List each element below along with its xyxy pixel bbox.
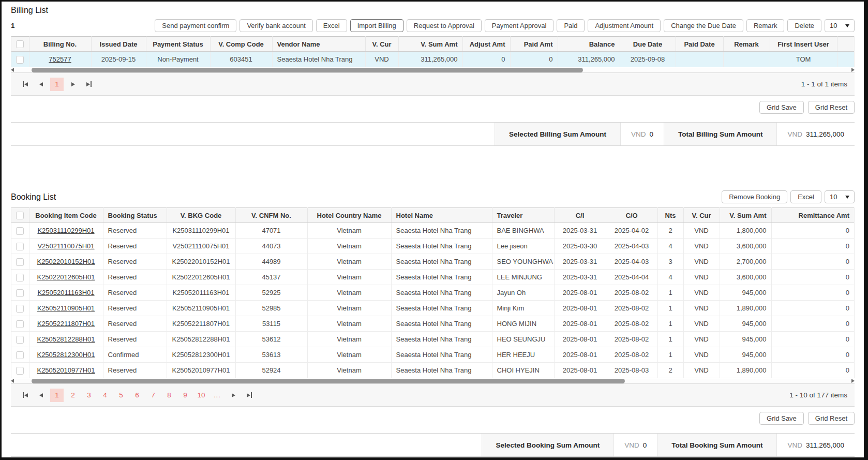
booking-col-hotel-name[interactable]: Hotel Name [391, 208, 492, 223]
billing-pager-first-page-button[interactable] [18, 78, 32, 91]
booking-col-nts[interactable]: Nts [657, 208, 683, 223]
billing-toolbar-button-payment-approval[interactable]: Payment Approval [485, 19, 554, 32]
billing-toolbar-button-request-to-approval[interactable]: Request to Approval [407, 19, 482, 32]
booking-pager-prev-page-button[interactable] [34, 389, 48, 402]
booking-item-link[interactable]: K25052211807H01 [37, 320, 95, 328]
booking-row-checkbox[interactable] [16, 367, 24, 375]
billing-col-billing-no[interactable]: Billing No. [29, 37, 91, 52]
billing-col-v-cur[interactable]: V. Cur [365, 37, 398, 52]
booking-toolbar-button-excel[interactable]: Excel [790, 190, 821, 203]
booking-col-v-cnfm-no[interactable]: V. CNFM No. [235, 208, 307, 223]
booking-select-all-checkbox[interactable] [16, 212, 24, 219]
billing-col-vendor-name[interactable]: Vendor Name [272, 37, 365, 52]
booking-pager-page-1[interactable]: 1 [50, 389, 64, 402]
booking-col-hotel-country-name[interactable]: Hotel Country Name [307, 208, 391, 223]
booking-row-checkbox[interactable] [16, 351, 24, 359]
billing-col-remark[interactable]: Remark [723, 37, 770, 52]
booking-col-v-bkg-code[interactable]: V. BKG Code [167, 208, 235, 223]
booking-page-size-select[interactable]: 10 [825, 190, 855, 203]
billing-col-paid-date[interactable]: Paid Date [676, 37, 723, 52]
booking-pager-page-2[interactable]: 2 [66, 389, 80, 402]
billing-toolbar-button-import-billing[interactable]: Import Billing [350, 19, 403, 32]
billing-toolbar-button-send-payment-confirm[interactable]: Send payment confirm [155, 19, 236, 32]
billing-select-all-checkbox[interactable] [16, 40, 24, 48]
billing-hscrollbar[interactable] [11, 67, 855, 72]
booking-col-remittance-amt[interactable]: Remittance Amt [771, 208, 854, 223]
billing-toolbar-button-verify-bank-account[interactable]: Verify bank account [240, 19, 312, 32]
billing-toolbar-button-excel[interactable]: Excel [316, 19, 347, 32]
booking-item-link[interactable]: K25022010152H01 [37, 258, 95, 265]
booking-row-checkbox[interactable] [16, 227, 24, 235]
booking-pager-page-9[interactable]: 9 [178, 389, 192, 402]
billing-row-checkbox[interactable] [16, 56, 24, 64]
billing-col-adjust-amt[interactable]: Adjust Amt [462, 37, 510, 52]
billing-grid-save-button[interactable]: Grid Save [759, 101, 804, 114]
booking-item-link[interactable]: K25052812300H01 [37, 351, 95, 359]
booking-col-v-sum-amt[interactable]: V. Sum Amt [720, 208, 771, 223]
booking-item-link[interactable]: K25052011163H01 [37, 289, 94, 296]
booking-pager-page-10[interactable]: 10 [194, 389, 208, 402]
booking-pager-last-page-button[interactable] [243, 389, 256, 402]
booking-item-link[interactable]: K25052812288H01 [37, 335, 95, 343]
booking-pager-page-8[interactable]: 8 [162, 389, 176, 402]
booking-col-c-o[interactable]: C/O [606, 208, 657, 223]
billing-pager-prev-page-button[interactable] [34, 78, 48, 91]
billing-toolbar-button-remark[interactable]: Remark [746, 19, 785, 32]
billing-pager-page-1[interactable]: 1 [50, 78, 64, 91]
booking-pager-page-5[interactable]: 5 [114, 389, 128, 402]
booking-row-checkbox[interactable] [16, 258, 24, 266]
booking-col-c-i[interactable]: C/I [554, 208, 606, 223]
booking-hscroll-track[interactable] [15, 379, 850, 383]
booking-col-booking-status[interactable]: Booking Status [103, 208, 167, 223]
billing-item-link[interactable]: 752577 [49, 55, 71, 63]
billing-grid-reset-button[interactable]: Grid Reset [808, 101, 855, 114]
billing-col-due-date[interactable]: Due Date [620, 37, 676, 52]
billing-toolbar-button-paid[interactable]: Paid [557, 19, 585, 32]
booking-col-traveler[interactable]: Traveler [492, 208, 554, 223]
booking-pager-next-page-button[interactable] [227, 389, 240, 402]
billing-hscroll-track[interactable] [15, 68, 850, 72]
scroll-left-icon[interactable] [11, 379, 14, 383]
billing-hscroll-thumb[interactable] [32, 68, 583, 72]
scroll-right-icon[interactable] [851, 379, 855, 383]
booking-item-link[interactable]: K25022012605H01 [37, 273, 95, 281]
booking-row-checkbox[interactable] [16, 320, 24, 328]
booking-row-checkbox[interactable] [16, 274, 24, 281]
billing-pager-last-page-button[interactable] [82, 78, 96, 91]
booking-item-link[interactable]: V25021110075H01 [37, 242, 94, 250]
billing-page-size-select[interactable]: 10 [825, 19, 855, 32]
booking-row-checkbox[interactable] [16, 289, 24, 297]
booking-pager-page-7[interactable]: 7 [146, 389, 160, 402]
booking-col-booking-item-code[interactable]: Booking Item Code [29, 208, 103, 223]
booking-item-link[interactable]: K25031110299H01 [37, 227, 94, 234]
booking-grid-reset-button[interactable]: Grid Reset [808, 412, 855, 425]
billing-toolbar-button-adjustment-amount[interactable]: Adjustment Amount [588, 19, 661, 32]
booking-pager-page-6[interactable]: 6 [130, 389, 144, 402]
booking-pager-page-4[interactable]: 4 [98, 389, 112, 402]
booking-pager-first-page-button[interactable] [18, 389, 32, 402]
booking-grid-save-button[interactable]: Grid Save [759, 412, 804, 425]
booking-row-checkbox[interactable] [16, 336, 24, 344]
billing-col-v-sum-amt[interactable]: V. Sum Amt [398, 37, 462, 52]
booking-hscrollbar[interactable] [11, 378, 855, 383]
billing-toolbar-button-delete[interactable]: Delete [787, 19, 821, 32]
scroll-left-icon[interactable] [11, 68, 14, 72]
billing-col-first-insert-user[interactable]: First Insert User [770, 37, 837, 52]
billing-col-v-comp-code[interactable]: V. Comp Code [210, 37, 272, 52]
billing-col-issued-date[interactable]: Issued Date [91, 37, 146, 52]
booking-item-link[interactable]: K25052110905H01 [37, 304, 95, 312]
billing-col-payment-status[interactable]: Payment Status [146, 37, 210, 52]
booking-toolbar-button-remove-booking[interactable]: Remove Booking [722, 190, 787, 203]
scroll-right-icon[interactable] [851, 68, 855, 72]
booking-pager-page-3[interactable]: 3 [82, 389, 96, 402]
billing-col-balance[interactable]: Balance [558, 37, 620, 52]
booking-col-v-cur[interactable]: V. Cur [683, 208, 720, 223]
billing-toolbar-button-change-the-due-date[interactable]: Change the Due Date [664, 19, 743, 32]
booking-pager-page-ellipsis[interactable]: ... [211, 389, 224, 402]
billing-pager-next-page-button[interactable] [66, 78, 80, 91]
booking-row-checkbox[interactable] [16, 243, 24, 250]
billing-col-paid-amt[interactable]: Paid Amt [510, 37, 558, 52]
booking-row-checkbox[interactable] [16, 305, 24, 313]
billing-col-col[interactable] [837, 37, 855, 52]
booking-item-link[interactable]: K25052010977H01 [37, 366, 95, 374]
